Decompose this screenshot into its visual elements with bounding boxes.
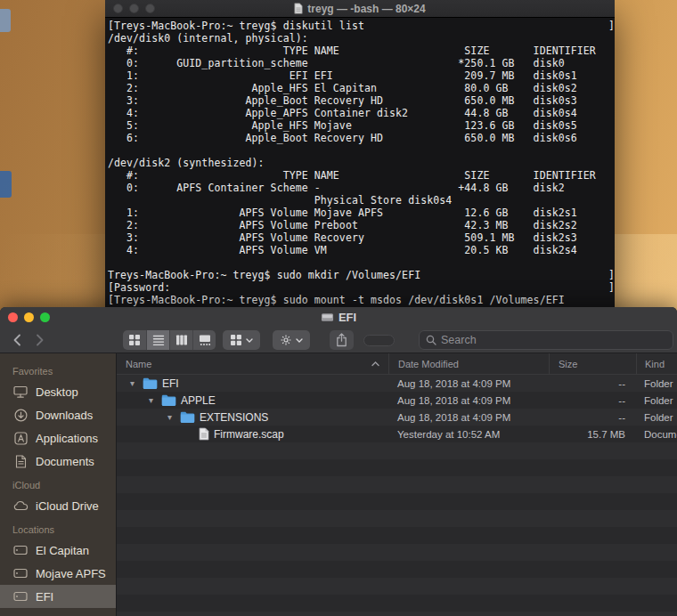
sidebar-item-label: iCloud Drive <box>36 499 99 513</box>
share-button[interactable] <box>330 330 354 350</box>
group-by-button[interactable] <box>223 330 260 350</box>
desktop-file-icon[interactable] <box>0 9 11 32</box>
terminal-line: [Treys-MacBook-Pro:~ treyg$ diskutil lis… <box>108 20 612 32</box>
downloads-icon <box>12 409 29 422</box>
sidebar-item-downloads[interactable]: Downloads <box>0 403 116 426</box>
terminal-line: 3: Apple_Boot Recovery HD 650.0 MB disk0… <box>108 94 612 107</box>
file-name-cell: ▾EXTENSIONS <box>117 409 388 426</box>
zoom-button[interactable] <box>145 4 155 13</box>
empty-row <box>117 459 677 476</box>
file-name-label: APPLE <box>181 394 216 407</box>
forward-button[interactable] <box>29 329 52 351</box>
zoom-button[interactable] <box>40 312 50 322</box>
close-button[interactable] <box>8 312 18 322</box>
file-name-cell: ▾EFI <box>117 375 388 392</box>
disk-icon <box>12 591 29 602</box>
size-cell: -- <box>549 409 636 426</box>
disclosure-triangle[interactable]: ▾ <box>126 379 138 388</box>
search-field[interactable] <box>419 330 673 350</box>
terminal-line: 2: APFS Volume Preboot 42.3 MB disk2s2 <box>108 219 612 231</box>
search-input[interactable] <box>441 334 666 346</box>
sidebar-item-efi[interactable]: EFI <box>0 585 116 608</box>
back-button[interactable] <box>5 329 29 351</box>
list-area: Name Date Modified Size Kind ▾EFIAug 18,… <box>116 353 677 616</box>
terminal-line <box>108 144 612 157</box>
column-header-date-modified[interactable]: Date Modified <box>388 353 549 374</box>
page-icon <box>294 3 303 14</box>
terminal-line: Treys-MacBook-Pro:~ treyg$ sudo mkdir /V… <box>108 269 612 281</box>
empty-row <box>117 527 677 544</box>
date-modified-cell: Aug 18, 2018 at 4:09 PM <box>388 375 549 392</box>
terminal-line: #: TYPE NAME SIZE IDENTIFIER <box>108 169 612 182</box>
empty-row <box>117 561 677 578</box>
date-modified-cell: Yesterday at 10:52 AM <box>388 426 549 442</box>
file-row[interactable]: ▾EFIAug 18, 2018 at 4:09 PM--Folder <box>117 375 677 392</box>
view-mode-control <box>123 330 216 350</box>
chevron-down-icon <box>246 338 253 343</box>
terminal-line <box>108 256 612 269</box>
sidebar-item-mojave-apfs[interactable]: Mojave APFS <box>0 562 116 585</box>
minimize-button[interactable] <box>24 312 34 322</box>
disclosure-triangle[interactable]: ▾ <box>145 396 157 405</box>
window-title-text: EFI <box>338 311 356 324</box>
terminal-titlebar[interactable]: treyg — -bash — 80×24 <box>105 0 615 18</box>
terminal-line: 0: GUID_partition_scheme *250.1 GB disk0 <box>108 57 612 69</box>
size-cell: -- <box>549 392 636 409</box>
minimize-button[interactable] <box>129 4 139 13</box>
icloud-icon <box>12 500 29 511</box>
terminal-output[interactable]: [Treys-MacBook-Pro:~ treyg$ diskutil lis… <box>105 18 615 308</box>
column-header-row: Name Date Modified Size Kind <box>117 353 677 375</box>
sidebar-item-label: Desktop <box>36 385 78 399</box>
action-menu-button[interactable] <box>273 330 310 350</box>
finder-window: EFI <box>0 307 677 616</box>
finder-titlebar[interactable]: EFI <box>0 307 677 327</box>
empty-row <box>117 476 677 493</box>
terminal-line: 6: Apple_Boot Recovery HD 650.0 MB disk0… <box>108 132 612 144</box>
disk-icon <box>12 545 29 555</box>
icon-view-button[interactable] <box>123 330 146 350</box>
file-row[interactable]: ▾Firmware.scapYesterday at 10:52 AM15.7 … <box>117 426 677 442</box>
terminal-line: 1: EFI EFI 209.7 MB disk0s1 <box>108 69 612 82</box>
gallery-view-button[interactable] <box>192 330 216 350</box>
sidebar-item-documents[interactable]: Documents <box>0 450 116 473</box>
file-name-label: EFI <box>162 377 179 390</box>
sidebar-section-label: iCloud <box>0 473 116 494</box>
kind-cell: Document <box>636 426 677 442</box>
sidebar-item-applications[interactable]: Applications <box>0 426 116 450</box>
date-modified-cell: Aug 18, 2018 at 4:09 PM <box>388 392 549 409</box>
terminal-line: [Treys-MacBook-Pro:~ treyg$ sudo mount -… <box>108 294 612 306</box>
document-icon <box>199 427 209 441</box>
terminal-line: Physical Store disk0s4 <box>108 194 612 207</box>
desktop-file-icon[interactable] <box>0 171 12 198</box>
terminal-window: treyg — -bash — 80×24 [Treys-MacBook-Pro… <box>105 0 615 313</box>
sidebar-item-label: Downloads <box>36 409 93 422</box>
terminal-line: 2: Apple_HFS El Capitan 80.0 GB disk0s2 <box>108 82 612 94</box>
list-view-button[interactable] <box>146 330 169 350</box>
column-header-size[interactable]: Size <box>549 353 636 374</box>
disclosure-triangle[interactable]: ▾ <box>164 413 175 422</box>
column-view-button[interactable] <box>169 330 192 350</box>
sidebar-item-label: Documents <box>36 455 94 468</box>
terminal-line: 1: APFS Volume Mojave APFS 12.6 GB disk2… <box>108 207 612 219</box>
file-row[interactable]: ▾EXTENSIONSAug 18, 2018 at 4:09 PM--Fold… <box>117 409 677 426</box>
file-row[interactable]: ▾APPLEAug 18, 2018 at 4:09 PM--Folder <box>117 392 677 409</box>
empty-row <box>117 493 677 510</box>
empty-row <box>117 510 677 527</box>
sidebar-item-desktop[interactable]: Desktop <box>0 380 116 403</box>
sidebar-item-label: Applications <box>36 432 98 445</box>
tags-button[interactable] <box>363 335 395 346</box>
applications-icon <box>12 432 29 445</box>
group-icon <box>230 334 242 346</box>
column-header-name[interactable]: Name <box>117 353 388 374</box>
finder-header: EFI <box>0 307 677 353</box>
column-header-kind[interactable]: Kind <box>636 353 677 374</box>
terminal-line: /dev/disk2 (synthesized): <box>108 157 612 169</box>
sidebar-item-icloud-drive[interactable]: iCloud Drive <box>0 494 116 517</box>
sidebar-item-el-capitan[interactable]: El Capitan <box>0 539 116 562</box>
close-button[interactable] <box>113 4 123 13</box>
terminal-line: 4: Apple_APFS Container disk2 44.8 GB di… <box>108 107 612 119</box>
empty-row <box>117 544 677 561</box>
terminal-line: 3: APFS Volume Recovery 509.1 MB disk2s3 <box>108 231 612 244</box>
finder-body: FavoritesDesktopDownloadsApplicationsDoc… <box>0 353 677 616</box>
share-icon <box>336 333 347 347</box>
